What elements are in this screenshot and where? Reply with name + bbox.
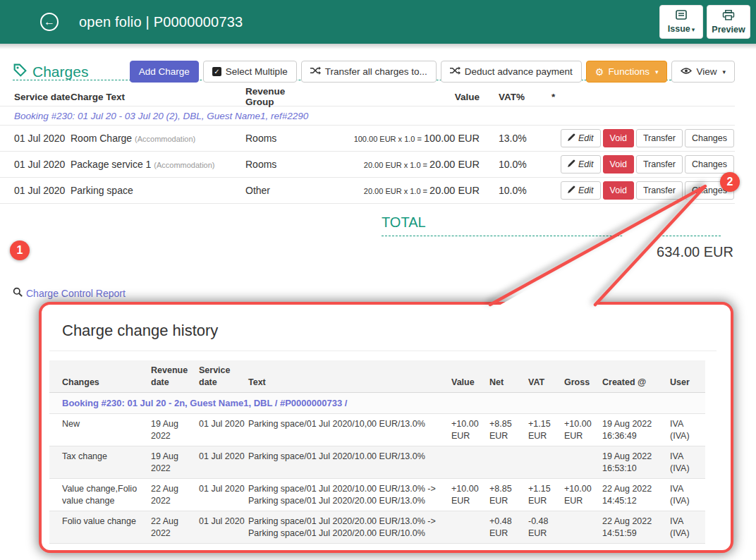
chevron-down-icon: ▾ (655, 68, 659, 75)
cell-value: +10.00 EUR (451, 414, 489, 446)
charge-vat: 13.0% (480, 133, 550, 144)
cell-text: Parking space/01 Jul 2020/10.00 EUR/13.0… (248, 446, 451, 478)
cell-created: 19 Aug 2022 16:36:49 (602, 414, 670, 446)
cell-gross (564, 511, 602, 543)
cell-gross (564, 446, 602, 478)
add-charge-button[interactable]: Add Charge (130, 61, 199, 83)
row-actions: Edit Void Transfer Changes (550, 155, 735, 174)
cell-vat: -0.48 EUR (528, 511, 564, 543)
h-text: Text (248, 372, 451, 393)
void-button[interactable]: Void (603, 181, 634, 200)
booking-group-row: Booking #230: 01 Jul 20 - 03 Jul 20 (2),… (0, 106, 735, 126)
checkbox-icon: ✓ (212, 67, 221, 76)
cell-changes: New (49, 414, 151, 446)
charge-text: Room Charge (Accommodation) (71, 133, 245, 144)
service-date: 01 Jul 2020 (0, 133, 71, 144)
changes-button[interactable]: Changes (685, 155, 734, 174)
pencil-icon (568, 185, 575, 195)
header-vat: VAT% * (480, 92, 550, 102)
cell-revenue-date: 22 Aug 2022 (151, 479, 199, 511)
row-actions: Edit Void Transfer Changes (550, 129, 735, 147)
cell-service-date: 01 Jul 2020 (199, 414, 248, 446)
revenue-group: Rooms (245, 159, 316, 170)
cell-revenue-date: 19 Aug 2022 (151, 414, 199, 446)
cell-text: Parking space/01 Jul 2020/10.00 EUR/13.0… (248, 479, 451, 511)
deduct-advance-label: Deduct advance payment (465, 66, 573, 77)
void-button[interactable]: Void (603, 155, 634, 174)
view-button[interactable]: View ▾ (671, 61, 735, 83)
cell-text: Parking space/01 Jul 2020/10,00 EUR/13.0… (248, 414, 451, 446)
tag-icon (13, 63, 28, 81)
cell-service-date: 01 Jul 2020 (199, 446, 248, 478)
header-charge-text: Charge Text (71, 92, 245, 102)
cell-net: +8.85 EUR (489, 414, 528, 446)
topbar-actions: Issue▾ Preview (659, 5, 750, 39)
history-booking-row: Booking #230: 01 Jul 20 - 2n, Guest Name… (49, 393, 705, 414)
charge-row: 01 Jul 2020 Package service 1 (Accommoda… (0, 152, 735, 178)
shuffle-icon (450, 66, 461, 77)
transfer-all-charges-button[interactable]: Transfer all charges to... (301, 61, 437, 83)
cell-gross: +10.00 EUR (564, 414, 602, 446)
back-icon[interactable]: ← (40, 13, 59, 31)
transfer-button[interactable]: Transfer (636, 181, 683, 200)
cell-value (451, 446, 489, 478)
cell-service-date: 01 Jul 2020 (199, 511, 248, 543)
functions-button[interactable]: ⚙ Functions ▾ (586, 61, 668, 83)
edit-button[interactable]: Edit (561, 129, 601, 147)
header-revenue-group: Revenue Group (245, 86, 316, 107)
view-label: View (696, 66, 717, 77)
cell-service-date: 01 Jul 2020 (199, 479, 248, 511)
issue-label: Issue (668, 24, 690, 34)
edit-button[interactable]: Edit (561, 181, 601, 200)
charge-note: (Accommodation) (135, 135, 195, 143)
popup-title: Charge change history (62, 322, 717, 340)
void-button[interactable]: Void (603, 129, 634, 147)
transfer-button[interactable]: Transfer (636, 129, 683, 147)
charges-section-header: Charges Add Charge ✓ Select Multiple Tra… (13, 61, 735, 83)
top-bar: ← open folio | P0000000733 Issue▾ Previe… (0, 0, 756, 44)
header-vat-label: VAT% (499, 92, 525, 102)
popup-divider (49, 351, 717, 351)
h-net: Net (489, 372, 528, 393)
issue-button[interactable]: Issue▾ (659, 5, 703, 39)
header-value: Value (316, 92, 480, 102)
note-icon (676, 10, 687, 22)
h-changes: Changes (49, 372, 151, 393)
cell-created: 22 Aug 2022 14:51:59 (602, 511, 670, 543)
charge-text: Package service 1 (Accommodation) (71, 159, 245, 170)
charge-note: (Accommodation) (154, 161, 214, 169)
header-shadow (0, 44, 756, 49)
cell-revenue-date: 19 Aug 2022 (151, 446, 199, 478)
history-table-header: Changes Revenue date Service date Text V… (49, 360, 705, 393)
preview-button[interactable]: Preview (707, 5, 750, 39)
cell-vat (528, 446, 564, 478)
total-amount: 634.00 EUR (657, 244, 733, 260)
cell-net: +0.48 EUR (489, 511, 528, 543)
charge-control-report-label: Charge Control Report (26, 288, 126, 299)
changes-button[interactable]: Changes (685, 129, 734, 147)
row-actions: Edit Void Transfer Changes (550, 181, 735, 200)
history-row: New 19 Aug 2022 01 Jul 2020 Parking spac… (49, 414, 705, 446)
cell-net (489, 446, 528, 478)
annotation-circle-1: 1 (10, 241, 30, 260)
deduct-advance-payment-button[interactable]: Deduct advance payment (441, 61, 582, 83)
printer-icon (722, 10, 735, 23)
charge-value: 100.00 EUR x 1.0 = 100.00 EUR (316, 133, 480, 144)
h-revenue-date: Revenue date (151, 360, 199, 392)
select-multiple-button[interactable]: ✓ Select Multiple (203, 61, 297, 83)
charge-control-report-link[interactable]: Charge Control Report (13, 287, 126, 299)
charges-toolbar: Add Charge ✓ Select Multiple Transfer al… (130, 61, 735, 83)
cell-value: +10.00 EUR (451, 479, 489, 511)
cell-created: 22 Aug 2022 14:45:12 (602, 479, 670, 511)
charges-heading-label: Charges (32, 63, 88, 80)
history-table: Changes Revenue date Service date Text V… (49, 360, 705, 544)
history-row: Tax change 19 Aug 2022 01 Jul 2020 Parki… (49, 446, 705, 479)
cogs-icon: ⚙ (595, 67, 604, 77)
edit-button[interactable]: Edit (561, 155, 601, 174)
cell-changes: Folio value change (49, 511, 151, 543)
magnifier-icon (13, 287, 23, 299)
charge-row: 01 Jul 2020 Parking space Other 20.00 EU… (0, 178, 735, 204)
cell-gross: +10.00 EUR (564, 479, 602, 511)
transfer-button[interactable]: Transfer (636, 155, 683, 174)
charge-vat: 10.0% (480, 185, 550, 196)
